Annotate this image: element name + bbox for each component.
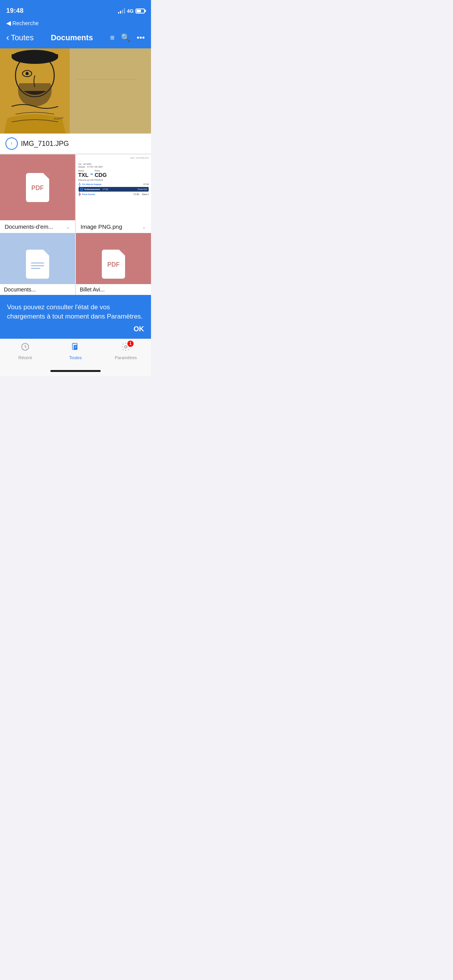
tab-parametres-label: Paramètres — [115, 355, 137, 360]
item-label-row: Documents-d'em... ⌄ — [0, 220, 75, 233]
pdf-icon: PDF — [102, 250, 125, 279]
nav-icons: ≡ 🔍 ••• — [110, 33, 145, 42]
chevron-down-icon[interactable]: ⌄ — [66, 224, 70, 230]
pdf-label: PDF — [31, 185, 44, 192]
notification-banner: Vous pouvez consulter l'état de vos char… — [0, 295, 151, 339]
ok-button[interactable]: OK — [7, 324, 144, 334]
svg-rect-4 — [12, 54, 58, 58]
arrow-up-icon: ↑ — [10, 140, 13, 147]
doc-lines-icon — [31, 262, 44, 269]
image-thumbnail: Picasso — [0, 48, 151, 134]
boarding-pass-content: SEC: AF1835:023 • • • • Vol AF1835 Dépar… — [76, 154, 151, 220]
bp-route: Berlin TXL ➜ Paris CDG — [78, 170, 149, 178]
list-item[interactable]: Picasso ↑ IMG_7101.JPG — [0, 48, 151, 154]
bp-dots: • • • • — [78, 160, 149, 162]
bottom-row: Documents... PDF Billet Avi... — [0, 233, 151, 295]
filename-label: IMG_7101.JPG — [21, 140, 69, 148]
artwork-image: Picasso — [0, 48, 151, 134]
svg-point-13 — [125, 346, 127, 348]
tab-toutes[interactable]: Toutes — [50, 342, 101, 360]
pdf-thumbnail: PDF — [0, 154, 75, 220]
list-item[interactable]: Documents... — [0, 233, 75, 295]
filename-label: Documents... — [0, 284, 75, 295]
home-bar — [50, 370, 101, 372]
list-item[interactable]: PDF Documents-d'em... ⌄ — [0, 154, 75, 233]
svg-rect-8 — [70, 48, 151, 134]
page-title: Documents — [34, 33, 110, 42]
bp-sec-ref: SEC: AF1835:023 — [78, 157, 149, 159]
upload-icon: ↑ — [5, 137, 18, 150]
chevron-left-icon: ‹ — [6, 32, 9, 43]
network-label: 4G — [127, 8, 134, 14]
chevron-down-icon[interactable]: ⌄ — [142, 224, 146, 230]
signal-icon — [118, 8, 125, 14]
filename-label: Documents-d'em... — [5, 223, 53, 230]
list-item[interactable]: SEC: AF1835:023 • • • • Vol AF1835 Dépar… — [76, 154, 151, 233]
list-item[interactable]: PDF Billet Avi... — [76, 233, 151, 295]
list-view-icon[interactable]: ≡ — [110, 33, 115, 42]
tab-bar: Récent Toutes 1 Paramètres — [0, 339, 151, 368]
filename-label: Image PNG.png — [81, 223, 122, 230]
search-back-label: Recherche — [12, 20, 39, 26]
item-label-row: Image PNG.png ⌄ — [76, 220, 151, 233]
doc-icon — [26, 250, 49, 279]
pdf-label: PDF — [107, 261, 120, 268]
filename-label: Billet Avi... — [76, 284, 151, 295]
search-icon[interactable]: 🔍 — [121, 33, 130, 42]
more-options-icon[interactable]: ••• — [137, 33, 145, 42]
clock-icon — [21, 342, 30, 354]
bp-step-3: Porte fermée 17:30 Zone 2 — [81, 192, 149, 196]
svg-point-6 — [26, 72, 29, 75]
tab-parametres[interactable]: 1 Paramètres — [101, 342, 151, 360]
arrow-right-icon: ➜ — [90, 172, 93, 176]
status-right: 4G — [118, 8, 145, 14]
badge-count: 1 — [127, 341, 134, 347]
content-grid: Picasso ↑ IMG_7101.JPG PDF — [0, 48, 151, 233]
back-arrow-icon: ◀ — [6, 19, 11, 27]
tab-recent-label: Récent — [19, 355, 32, 360]
battery-icon — [136, 9, 145, 14]
nav-bar: ‹ Toutes Documents ≡ 🔍 ••• — [0, 29, 151, 48]
item-label-row: ↑ IMG_7101.JPG — [0, 134, 151, 154]
tab-recent[interactable]: Récent — [0, 342, 50, 360]
status-time: 19:48 — [6, 7, 24, 15]
boarding-pass-thumbnail: SEC: AF1835:023 • • • • Vol AF1835 Dépar… — [76, 154, 151, 220]
tab-badge-container: 1 — [121, 342, 130, 354]
status-bar: 19:48 4G — [0, 0, 151, 19]
bp-step-1: Fin dépose bagage 17:10 — [81, 182, 149, 186]
tab-toutes-label: Toutes — [69, 355, 82, 360]
pdf-icon: PDF — [26, 173, 49, 202]
file-shape: PDF — [102, 250, 125, 279]
home-indicator — [0, 368, 151, 376]
notification-message: Vous pouvez consulter l'état de vos char… — [7, 303, 144, 321]
file-shape: PDF — [26, 173, 49, 202]
docs-icon — [71, 342, 80, 354]
back-label: Toutes — [11, 33, 34, 42]
back-button[interactable]: ‹ Toutes — [6, 32, 34, 43]
search-back-row: ◀ Recherche — [0, 19, 151, 29]
